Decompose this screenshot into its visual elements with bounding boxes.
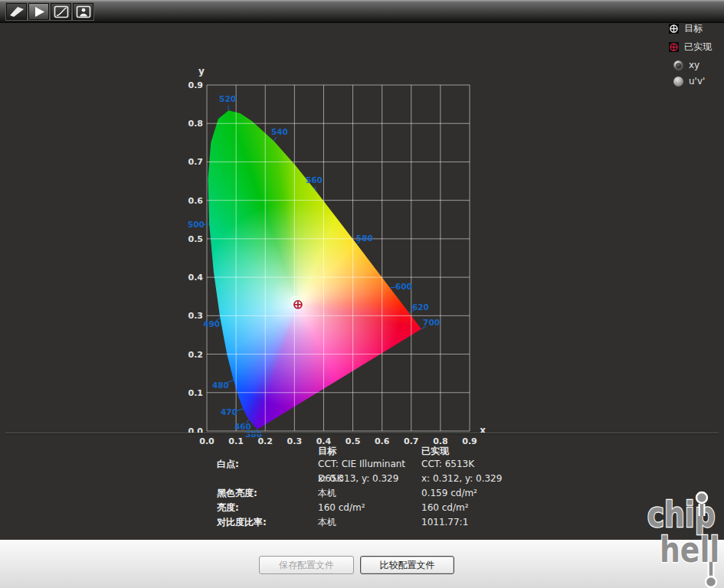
- svg-text:0.7: 0.7: [188, 157, 204, 167]
- svg-text:0.2: 0.2: [188, 350, 204, 360]
- row-label-luminance: 亮度:: [217, 501, 318, 515]
- svg-text:490: 490: [203, 319, 220, 328]
- separator-line: [5, 433, 719, 433]
- tab-curve[interactable]: [51, 3, 71, 20]
- black-luminance-target: 本机: [318, 486, 421, 501]
- chiphell-logo: chip hell: [646, 487, 722, 588]
- whitepoint-achieved-xy: x: 0.312, y: 0.329: [421, 472, 546, 486]
- svg-text:0.5: 0.5: [188, 234, 204, 244]
- luminance-achieved: 160 cd/m²: [421, 501, 546, 515]
- triangle-icon: [31, 5, 47, 18]
- results-table: 目标 已实现 白点: CCT: CIE Illuminant D65K CCT:…: [217, 443, 546, 530]
- svg-text:480: 480: [212, 381, 229, 390]
- svg-text:620: 620: [412, 302, 429, 312]
- svg-text:0.6: 0.6: [188, 196, 204, 206]
- svg-text:600: 600: [395, 282, 412, 291]
- svg-text:540: 540: [271, 127, 288, 136]
- view-tabs: [6, 3, 93, 20]
- compare-profile-button[interactable]: 比较配置文件: [360, 556, 454, 574]
- row-label-black-luminance: 黑色亮度:: [217, 486, 318, 501]
- table-corner: [217, 443, 318, 457]
- gamut-shape-icon: [8, 5, 25, 18]
- svg-text:0.0: 0.0: [199, 436, 215, 446]
- svg-text:0.8: 0.8: [188, 119, 204, 129]
- svg-text:0.0: 0.0: [188, 426, 204, 436]
- bottom-bar: 保存配置文件 比较配置文件 www.chiphell.com: [0, 540, 724, 588]
- svg-text:y: y: [198, 66, 205, 77]
- tab-image[interactable]: [73, 3, 93, 20]
- svg-text:0.4: 0.4: [188, 273, 204, 283]
- contrast-target: 本机: [318, 515, 421, 530]
- whitepoint-target-cct: CCT: CIE Illuminant D65K: [318, 457, 421, 472]
- black-luminance-achieved: 0.159 cd/m²: [421, 486, 546, 501]
- toolbar: [0, 0, 724, 23]
- cie-gamut-horseshoe: [207, 85, 470, 431]
- svg-text:0.3: 0.3: [188, 311, 204, 321]
- gamma-curve-icon: [54, 5, 69, 18]
- tab-triangle[interactable]: [28, 3, 49, 20]
- whitepoint-target-xy: x: 0.313, y: 0.329: [318, 472, 421, 486]
- tab-gamut[interactable]: [6, 3, 27, 20]
- svg-text:520: 520: [219, 94, 236, 103]
- cie-chromaticity-chart: 0.00.10.20.30.40.50.60.70.80.90.00.10.20…: [0, 23, 724, 433]
- whitepoint-achieved-cct: CCT: 6513K: [421, 457, 546, 472]
- svg-text:0.1: 0.1: [188, 388, 204, 398]
- svg-text:470: 470: [221, 407, 238, 416]
- svg-text:460: 460: [234, 422, 251, 431]
- calibration-window: 目标 已实现 xy u'v' 0.00.10.20.30.40.50.60.70: [0, 0, 724, 588]
- luminance-target: 160 cd/m²: [318, 501, 421, 515]
- svg-text:0.9: 0.9: [188, 80, 204, 90]
- contrast-achieved: 1011.77:1: [421, 515, 546, 530]
- svg-text:380: 380: [245, 430, 262, 439]
- row-label-whitepoint: 白点:: [217, 457, 318, 472]
- svg-text:500: 500: [188, 220, 205, 229]
- row-label-contrast: 对比度比率:: [217, 515, 318, 530]
- svg-text:x: x: [480, 425, 486, 436]
- svg-text:700: 700: [423, 318, 440, 327]
- row-spacer: [217, 472, 318, 486]
- svg-text:580: 580: [356, 234, 373, 243]
- image-icon: [76, 5, 91, 18]
- save-profile-button[interactable]: 保存配置文件: [259, 556, 354, 574]
